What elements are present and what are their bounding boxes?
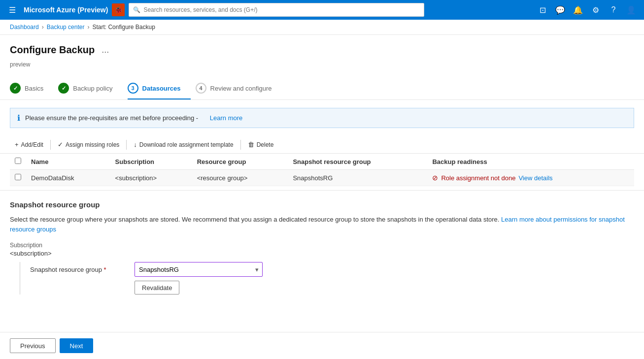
page-title: Configure Backup xyxy=(10,44,95,56)
table-container: Name Subscription Resource group Snapsho… xyxy=(0,154,644,186)
toolbar: + Add/Edit ✓ Assign missing roles ↓ Down… xyxy=(0,136,644,154)
breadcrumb-separator-2: › xyxy=(87,24,89,31)
snapshot-rg-form-row: Snapshot resource group * SnapshotsRG ▾ xyxy=(30,262,634,277)
snapshot-section: Snapshot resource group Select the resou… xyxy=(0,190,644,302)
table-row: DemoDataDisk <subscription> <resource gr… xyxy=(10,170,634,186)
subscription-label: Subscription xyxy=(10,242,634,249)
top-navigation: ☰ Microsoft Azure (Preview) 🐞 🔍 ⊡ 💬 🔔 ⚙ … xyxy=(0,0,644,20)
row-checkbox-cell xyxy=(10,170,26,186)
delete-icon: 🗑 xyxy=(248,141,254,148)
ellipsis-button[interactable]: ... xyxy=(100,43,111,57)
app-name: Microsoft Azure (Preview) xyxy=(24,6,108,14)
row-checkbox[interactable] xyxy=(15,174,21,180)
page-subtitle: preview xyxy=(0,61,644,74)
download-template-button[interactable]: ↓ Download role assignment template xyxy=(129,139,238,150)
toolbar-separator-2 xyxy=(126,140,127,150)
delete-label: Delete xyxy=(257,141,274,148)
breadcrumb: Dashboard › Backup center › Start: Confi… xyxy=(0,20,644,35)
step-1-circle: ✓ xyxy=(10,83,21,94)
view-details-link[interactable]: View details xyxy=(518,174,552,182)
user-icon[interactable]: 👤 xyxy=(623,2,639,18)
step-4-label: Review and configure xyxy=(210,85,272,92)
datasources-table: Name Subscription Resource group Snapsho… xyxy=(10,154,634,186)
snapshot-description: Select the resource group where your sna… xyxy=(10,215,634,234)
breadcrumb-backup-center[interactable]: Backup center xyxy=(47,24,85,31)
step-4-circle: 4 xyxy=(196,83,206,94)
error-icon: ⊘ xyxy=(432,174,438,182)
row-name: DemoDataDisk xyxy=(26,170,110,186)
snapshot-rg-label: Snapshot resource group * xyxy=(30,266,129,273)
notifications-icon[interactable]: 🔔 xyxy=(570,2,586,18)
step-3-circle: 3 xyxy=(128,83,138,94)
revalidate-button[interactable]: Revalidate xyxy=(135,281,179,294)
row-backup-readiness: ⊘ Role assignment not done View details xyxy=(427,170,634,186)
learn-more-link[interactable]: Learn more xyxy=(210,114,242,122)
hamburger-menu[interactable]: ☰ xyxy=(5,3,20,17)
footer: Previous Next xyxy=(0,332,644,358)
toolbar-separator-3 xyxy=(240,140,241,150)
snapshot-section-title: Snapshot resource group xyxy=(10,200,634,209)
next-button[interactable]: Next xyxy=(60,338,94,353)
header-name: Name xyxy=(26,154,110,170)
delete-button[interactable]: 🗑 Delete xyxy=(243,139,279,150)
subscription-value: <subscription> xyxy=(10,250,634,257)
previous-button[interactable]: Previous xyxy=(10,338,56,353)
readiness-text: Role assignment not done xyxy=(441,174,515,182)
feedback-icon[interactable]: 💬 xyxy=(552,2,568,18)
help-icon[interactable]: ? xyxy=(606,2,621,18)
bug-icon: 🐞 xyxy=(112,3,125,16)
assign-missing-button[interactable]: ✓ Assign missing roles xyxy=(53,139,124,150)
header-resource-group: Resource group xyxy=(192,154,288,170)
row-resource-group: <resource group> xyxy=(192,170,288,186)
breadcrumb-current: Start: Configure Backup xyxy=(92,24,155,31)
snapshot-desc-text: Select the resource group where your sna… xyxy=(10,216,499,223)
step-2-label: Backup policy xyxy=(73,85,112,92)
table-header-row: Name Subscription Resource group Snapsho… xyxy=(10,154,634,170)
step-datasources[interactable]: 3 Datasources xyxy=(128,78,191,99)
page-header: Configure Backup ... xyxy=(0,35,644,61)
step-basics[interactable]: ✓ Basics xyxy=(10,78,53,99)
row-snapshot-rg: SnapshotsRG xyxy=(288,170,427,186)
snapshot-rg-dropdown-wrapper: SnapshotsRG ▾ xyxy=(135,262,263,277)
header-snapshot-rg: Snapshot resource group xyxy=(288,154,427,170)
step-3-label: Datasources xyxy=(142,85,181,92)
search-bar[interactable]: 🔍 xyxy=(129,3,424,17)
step-1-label: Basics xyxy=(25,85,43,92)
step-review-configure[interactable]: 4 Review and configure xyxy=(196,78,282,99)
row-subscription: <subscription> xyxy=(110,170,192,186)
header-backup-readiness: Backup readiness xyxy=(427,154,634,170)
nav-icons: ⊡ 💬 🔔 ⚙ ? 👤 xyxy=(535,2,639,18)
settings-icon[interactable]: ⚙ xyxy=(588,2,604,18)
search-input[interactable] xyxy=(143,6,420,13)
select-all-checkbox[interactable] xyxy=(15,158,21,164)
step-2-circle: ✓ xyxy=(58,83,69,94)
breadcrumb-separator-1: › xyxy=(42,24,44,31)
add-edit-label: Add/Edit xyxy=(21,141,43,148)
header-checkbox-cell xyxy=(10,154,26,170)
header-subscription: Subscription xyxy=(110,154,192,170)
info-banner: ℹ Please ensure the pre-requisites are m… xyxy=(10,108,634,128)
add-edit-button[interactable]: + Add/Edit xyxy=(10,139,48,150)
add-icon: + xyxy=(15,141,19,148)
breadcrumb-dashboard[interactable]: Dashboard xyxy=(10,24,39,31)
assign-missing-label: Assign missing roles xyxy=(66,141,119,148)
subscription-subsection: Subscription <subscription> Snapshot res… xyxy=(10,242,634,294)
main-content: Configure Backup ... preview ✓ Basics ✓ … xyxy=(0,35,644,358)
toolbar-separator-1 xyxy=(50,140,51,150)
status-badge: ⊘ Role assignment not done View details xyxy=(432,174,629,182)
download-icon: ↓ xyxy=(134,141,137,148)
check-icon: ✓ xyxy=(58,141,63,148)
step-backup-policy[interactable]: ✓ Backup policy xyxy=(58,78,122,99)
wizard-steps: ✓ Basics ✓ Backup policy 3 Datasources 4… xyxy=(0,74,644,100)
info-text: Please ensure the pre-requisites are met… xyxy=(25,114,198,122)
snapshot-rg-select[interactable]: SnapshotsRG xyxy=(135,262,263,277)
info-icon: ℹ xyxy=(17,113,20,123)
terminal-icon[interactable]: ⊡ xyxy=(535,2,550,18)
download-label: Download role assignment template xyxy=(139,141,234,148)
required-marker: * xyxy=(104,266,106,273)
